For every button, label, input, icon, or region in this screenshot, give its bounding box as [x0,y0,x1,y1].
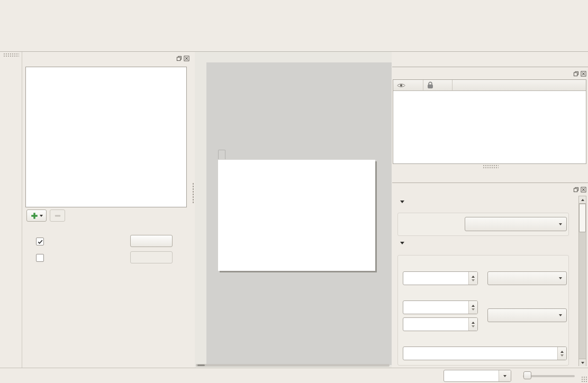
close-icon [581,71,586,77]
canvas-viewport[interactable] [206,62,392,365]
bottom-tabline [392,183,588,183]
chevron-down-icon [503,375,506,377]
visibility-column-header [393,80,423,91]
vertical-scrollbar[interactable] [578,196,586,366]
chevron-down-icon [559,314,562,316]
grid-offset-unit-combobox[interactable] [487,308,567,322]
vertical-ruler[interactable] [195,62,206,365]
item-column-header [453,80,586,91]
report-header-section-label [218,150,225,159]
reference-map-combobox[interactable] [465,217,567,231]
edit-header-button[interactable] [130,235,173,247]
splitter-handle-icon [192,183,194,204]
float-icon [573,187,579,193]
grid-offset-x-spinbox[interactable] [403,300,478,314]
horizontal-scrollbar[interactable] [196,364,390,367]
general-settings-section[interactable] [400,200,409,203]
float-icon [573,71,579,77]
close-icon [184,56,189,61]
report-organizer-close-button[interactable] [183,55,189,61]
close-icon [581,187,586,193]
remove-minus-icon [53,212,62,220]
chevron-down-icon [559,277,562,279]
scrollbar-thumb[interactable] [579,204,586,232]
horizontal-ruler[interactable] [206,53,392,62]
scroll-down-button[interactable] [579,359,586,366]
spinner-arrows-icon[interactable] [468,301,477,314]
lock-column-header [423,80,453,91]
zoom-combo-arrow-button[interactable] [499,370,511,381]
toolbox-drag-handle[interactable] [3,53,19,57]
statusbar [0,368,588,383]
toolbox-divider [22,52,22,383]
arrow-up-icon [581,199,584,201]
collapse-triangle-icon [400,200,404,203]
window-resize-grip[interactable] [581,376,587,382]
chevron-down-icon [559,223,562,225]
menubar [0,0,588,12]
top-tabline [392,67,588,67]
layout-panel-float-button[interactable] [573,186,579,193]
float-icon [176,56,182,61]
dropdown-arrow-icon [40,215,43,217]
snap-tolerance-spinbox[interactable] [403,346,567,360]
layout-canvas-area [195,52,392,368]
spinner-arrows-icon[interactable] [557,347,566,360]
arrow-down-icon [581,362,584,364]
add-section-button[interactable] [26,209,47,222]
spinner-arrows-icon[interactable] [468,318,477,331]
scrollbar-thumb[interactable] [197,364,205,366]
items-panel-float-button[interactable] [573,70,579,77]
grid-spacing-unit-combobox[interactable] [487,271,567,285]
grid-offset-y-spinbox[interactable] [403,317,478,331]
guides-and-grid-section[interactable] [400,242,409,244]
remove-section-button [50,209,65,222]
add-plus-icon [30,212,39,220]
eye-icon [397,83,405,88]
items-table [393,79,586,164]
zoom-level-combobox[interactable] [444,370,511,382]
zoom-slider-handle[interactable] [523,371,531,379]
dock-splitter-handle[interactable] [483,165,499,168]
edit-footer-button [130,251,173,263]
collapse-triangle-icon [400,242,404,244]
report-page[interactable] [218,160,375,271]
report-organizer-float-button[interactable] [176,55,182,61]
spinner-arrows-icon[interactable] [468,272,477,285]
lock-icon [427,81,433,89]
layout-panel-close-button[interactable] [580,186,586,193]
include-report-footer-checkbox[interactable] [36,254,44,262]
report-organizer-tree[interactable] [25,67,187,207]
include-report-header-checkbox[interactable] [36,238,44,245]
items-panel-close-button[interactable] [580,70,586,77]
scroll-up-button[interactable] [579,196,586,204]
grid-spacing-spinbox[interactable] [403,271,478,285]
qgis-report-designer-window: { "menubar": { "items": [ {"label": "Lay… [0,0,588,383]
check-icon [37,239,43,245]
